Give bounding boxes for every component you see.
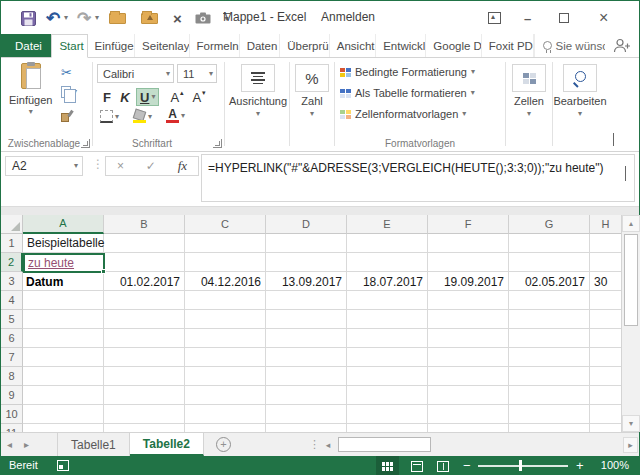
tab-google[interactable]: Google D (426, 34, 481, 57)
zoom-in-button[interactable]: + (576, 458, 584, 473)
copy-button[interactable]: ▾ (61, 86, 77, 98)
scroll-up-button[interactable]: ▴ (622, 215, 640, 232)
zoom-out-button[interactable]: − (463, 458, 471, 473)
font-size-combo[interactable]: 11▾ (177, 64, 217, 83)
cell-c3[interactable]: 04.12.2016 (185, 275, 266, 289)
name-box[interactable]: A2 ▾ (5, 156, 83, 176)
cell-h3[interactable]: 30 (590, 275, 621, 289)
open-folder-up-icon[interactable] (141, 9, 158, 27)
column-header-e[interactable]: E (347, 215, 428, 234)
maximize-button[interactable] (559, 9, 569, 27)
cell-e3[interactable]: 18.07.2017 (347, 275, 428, 289)
format-as-table-button[interactable]: Als Tabelle formatieren ▾ (340, 87, 475, 99)
tab-foxit-pdf[interactable]: Foxit PD (482, 34, 534, 57)
macro-record-icon[interactable] (57, 460, 69, 471)
close-document-icon[interactable]: × (173, 9, 182, 27)
row-header-4[interactable]: 4 (1, 291, 23, 310)
font-color-button[interactable]: A▾ (166, 109, 185, 123)
page-layout-view-button[interactable] (405, 456, 428, 475)
page-break-view-button[interactable] (431, 456, 454, 475)
conditional-formatting-button[interactable]: Bedingte Formatierung ▾ (340, 66, 475, 78)
clipboard-dialog-launcher[interactable] (81, 139, 90, 148)
collapse-formula-bar-button[interactable] (625, 164, 626, 184)
row-header-2[interactable]: 2 (1, 253, 23, 272)
share-button[interactable] (605, 34, 639, 57)
tab-seitenlayout[interactable]: Seitenlay (135, 34, 189, 57)
zoom-level[interactable]: 100% (601, 459, 629, 471)
undo-dropdown-icon[interactable]: ▾ (64, 9, 68, 27)
vertical-scrollbar[interactable]: ▴ ▾ (621, 215, 640, 432)
font-dialog-launcher[interactable] (213, 139, 222, 148)
column-header-c[interactable]: C (185, 215, 266, 234)
column-header-h[interactable]: H (590, 215, 621, 234)
name-box-dropdown-icon[interactable]: ▾ (74, 162, 78, 170)
row-header-6[interactable]: 6 (1, 329, 23, 348)
column-header-b[interactable]: B (104, 215, 185, 234)
horizontal-scroll-thumb[interactable] (338, 437, 431, 452)
tab-einfuegen[interactable]: Einfüge (88, 34, 135, 57)
paste-button[interactable]: Einfügen ▾ (9, 63, 52, 116)
column-header-f[interactable]: F (428, 215, 509, 234)
row-header-7[interactable]: 7 (1, 348, 23, 367)
grow-font-button[interactable]: A▴ (169, 88, 185, 106)
tab-formeln[interactable]: Formeln (190, 34, 240, 57)
tab-ansicht[interactable]: Ansicht (330, 34, 376, 57)
formula-input[interactable]: =HYPERLINK("#"&ADRESSE(3;VERGLEICH(HEUTE… (201, 154, 635, 202)
cell-f3[interactable]: 19.09.2017 (428, 275, 509, 289)
row-header-3[interactable]: 3 (1, 272, 23, 291)
number-format-button[interactable]: % Zahl ▾ (292, 64, 332, 118)
tell-me-search[interactable]: Sie wünsc (534, 34, 605, 57)
add-sheet-button[interactable]: + (216, 433, 231, 456)
tab-entwicklertools[interactable]: Entwickl (376, 34, 426, 57)
redo-dropdown-icon[interactable]: ▾ (95, 9, 99, 27)
row-header-8[interactable]: 8 (1, 367, 23, 386)
open-folder-icon[interactable] (109, 9, 126, 27)
column-header-g[interactable]: G (509, 215, 590, 234)
collapse-ribbon-button[interactable] (613, 134, 614, 146)
ribbon-display-options-button[interactable] (488, 9, 501, 27)
sign-in-link[interactable]: Anmelden (321, 10, 375, 24)
undo-button[interactable]: ↶ (46, 9, 60, 27)
cells-area[interactable]: Beispieltabelle zu heute Datum 01.02.201… (23, 234, 621, 432)
italic-button[interactable]: K (118, 88, 132, 106)
underline-button[interactable]: U▾ (136, 88, 159, 106)
cells-button[interactable]: Zellen ▾ (509, 64, 549, 118)
cell-g3[interactable]: 02.05.2017 (509, 275, 590, 289)
redo-button[interactable]: ↷ (77, 9, 91, 27)
tab-datei[interactable]: Datei (1, 34, 51, 57)
row-header-9[interactable]: 9 (1, 386, 23, 405)
tab-ueberpruefen[interactable]: Überprü (280, 34, 330, 57)
cell-b3[interactable]: 01.02.2017 (104, 275, 185, 289)
format-painter-button[interactable] (61, 110, 73, 122)
save-icon[interactable] (21, 9, 36, 27)
tab-daten[interactable]: Daten (240, 34, 281, 57)
column-header-d[interactable]: D (266, 215, 347, 234)
bold-button[interactable]: F (100, 88, 114, 106)
select-all-corner[interactable] (1, 215, 23, 234)
zoom-slider-handle[interactable] (519, 460, 522, 471)
cell-d3[interactable]: 13.09.2017 (266, 275, 347, 289)
enter-icon[interactable]: ✓ (146, 159, 156, 173)
zoom-slider-track[interactable] (478, 465, 568, 467)
insert-function-icon[interactable]: fx (178, 158, 187, 174)
sheet-tab-tabelle2[interactable]: Tabelle2 (130, 433, 204, 456)
selected-cell-a2[interactable]: zu heute (23, 253, 105, 273)
sheet-nav-left-icon[interactable]: ◂ (1, 433, 18, 456)
hscroll-right-button[interactable]: ▸ (623, 437, 638, 453)
fill-color-button[interactable]: ▾ (133, 110, 152, 123)
camera-icon[interactable] (195, 9, 211, 27)
minimize-button[interactable]: – (524, 9, 531, 27)
cell-styles-button[interactable]: Zellenformatvorlagen ▾ (340, 108, 466, 120)
alignment-button[interactable]: Ausrichtung ▾ (228, 64, 288, 118)
shrink-font-button[interactable]: A▾ (191, 88, 207, 106)
cell-a1[interactable]: Beispieltabelle (27, 236, 104, 250)
cell-a3[interactable]: Datum (23, 275, 104, 289)
hscroll-left-button[interactable]: ◂ (321, 437, 335, 453)
tab-start[interactable]: Start (51, 34, 87, 58)
tab-scroll-divider[interactable]: ⋮ (309, 438, 320, 451)
sheet-tab-tabelle1[interactable]: Tabelle1 (57, 433, 130, 456)
hyperlink-zu-heute[interactable]: zu heute (28, 256, 74, 270)
row-header-5[interactable]: 5 (1, 310, 23, 329)
font-name-combo[interactable]: Calibri▾ (97, 64, 174, 83)
sheet-nav-right-icon[interactable]: ▸ (18, 433, 35, 456)
